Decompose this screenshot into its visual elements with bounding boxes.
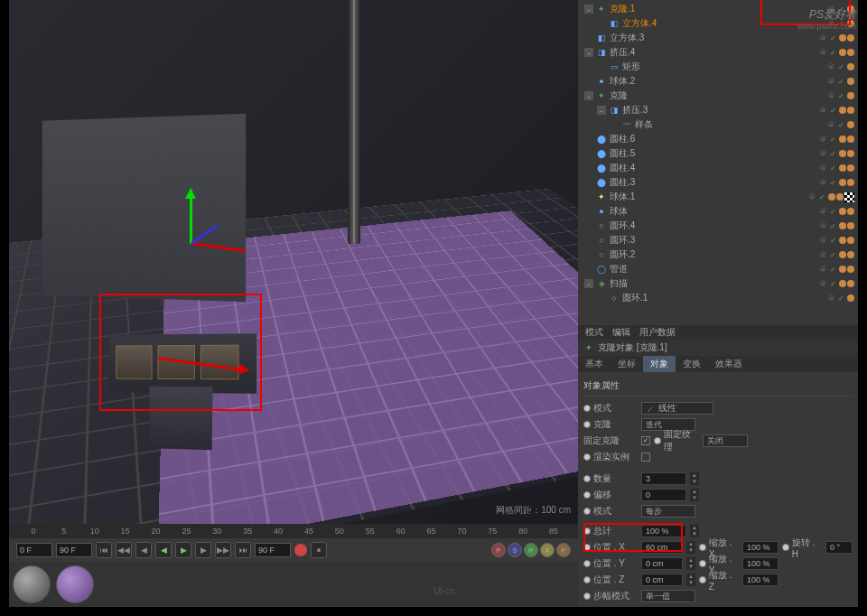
tree-item-name[interactable]: 圆柱.6 xyxy=(610,133,815,145)
tag-dot[interactable] xyxy=(839,34,846,42)
scaley-field[interactable]: 100 % xyxy=(742,557,778,570)
render-toggle[interactable]: ✓ xyxy=(828,178,838,188)
visibility-toggle[interactable]: ⦾ xyxy=(817,207,827,217)
tag-dot[interactable] xyxy=(847,49,854,56)
tree-row[interactable]: ○圆环.3⦾✓ xyxy=(578,233,858,247)
autokey-button[interactable]: ● xyxy=(311,542,327,558)
render-toggle[interactable]: ✓ xyxy=(828,221,838,231)
tree-item-name[interactable]: 挤压.3 xyxy=(622,104,815,117)
tree-item-name[interactable]: 圆环.1 xyxy=(622,292,823,304)
expand-toggle[interactable]: - xyxy=(584,48,593,57)
tag-dot[interactable] xyxy=(839,164,846,172)
tag-dot[interactable] xyxy=(839,107,846,114)
tag-dot[interactable] xyxy=(847,237,854,244)
render-toggle[interactable]: ✓ xyxy=(836,294,846,303)
tag-dot[interactable] xyxy=(839,266,846,273)
visibility-toggle[interactable]: ⦾ xyxy=(817,250,827,260)
tree-item-name[interactable]: 扫描 xyxy=(610,277,815,290)
offset-field[interactable]: 0 xyxy=(641,489,686,501)
play-back-button[interactable]: ◀ xyxy=(155,542,172,558)
tag-dot[interactable] xyxy=(839,237,846,244)
render-toggle[interactable]: ✓ xyxy=(828,48,838,58)
frame-start-field[interactable]: 0 F xyxy=(16,543,52,557)
render-toggle[interactable]: ✓ xyxy=(828,149,838,159)
visibility-toggle[interactable]: ⦾ xyxy=(817,149,827,159)
menu-edit[interactable]: 编辑 xyxy=(612,326,630,339)
tree-row[interactable]: -◨挤压.4⦾✓ xyxy=(578,45,858,60)
tree-item-name[interactable]: 圆环.4 xyxy=(610,219,815,232)
tab-coord[interactable]: 坐标 xyxy=(611,356,643,372)
tag-dot[interactable] xyxy=(836,193,844,201)
expand-toggle[interactable]: - xyxy=(584,91,593,100)
tree-row[interactable]: -◈扫描⦾✓ xyxy=(578,276,858,291)
tag-dot[interactable] xyxy=(847,208,854,215)
tag-dot[interactable] xyxy=(847,78,854,85)
visibility-toggle[interactable]: ⦾ xyxy=(825,120,835,130)
tree-row[interactable]: ●球体⦾✓ xyxy=(578,204,858,219)
expand-toggle[interactable]: - xyxy=(584,279,593,288)
menu-userdata[interactable]: 用户数据 xyxy=(639,326,676,339)
record-button[interactable] xyxy=(294,544,307,556)
transform-gizmo[interactable] xyxy=(144,190,253,298)
goto-start-button[interactable]: ⏮ xyxy=(96,542,112,558)
render-toggle[interactable]: ✓ xyxy=(828,250,838,260)
spinner[interactable]: ▲▼ xyxy=(690,489,699,501)
expand-toggle[interactable]: - xyxy=(597,106,606,115)
tag-dot[interactable] xyxy=(847,34,854,42)
next-key-button[interactable]: ▶▶ xyxy=(215,542,231,558)
tree-item-name[interactable]: 圆柱.3 xyxy=(610,176,815,189)
visibility-toggle[interactable]: ⦾ xyxy=(825,91,835,101)
tree-item-name[interactable]: 球体 xyxy=(610,205,815,218)
tree-row[interactable]: ✦球体.1⦾✓ xyxy=(578,190,858,204)
tree-item-name[interactable]: 管道 xyxy=(610,263,815,275)
tag-dot[interactable] xyxy=(847,266,854,273)
instance-checkbox[interactable] xyxy=(641,453,650,462)
tag-dot[interactable] xyxy=(839,150,846,157)
tab-transform[interactable]: 变换 xyxy=(676,356,708,372)
mode2-select[interactable]: 每步 xyxy=(641,505,695,518)
tree-row[interactable]: ⬤圆柱.3⦾✓ xyxy=(578,175,858,190)
spinner[interactable]: ▲▼ xyxy=(686,574,695,586)
viewport-3d[interactable]: 网格间距：100 cm xyxy=(9,0,578,524)
mode-select[interactable]: ⟋线性 xyxy=(641,402,713,415)
visibility-toggle[interactable]: ⦾ xyxy=(817,221,827,231)
tag-dot[interactable] xyxy=(847,107,854,114)
spinner[interactable]: ▲▼ xyxy=(686,541,695,554)
render-toggle[interactable]: ✓ xyxy=(836,62,846,72)
spinner[interactable]: ▲▼ xyxy=(686,557,695,570)
fixclone-checkbox[interactable] xyxy=(641,436,650,445)
tag-dot[interactable] xyxy=(847,135,854,143)
menu-mode[interactable]: 模式 xyxy=(585,326,603,339)
tag-dot[interactable] xyxy=(847,251,854,258)
tag-dot[interactable] xyxy=(839,208,846,215)
tree-row[interactable]: ◧立方体.3⦾✓ xyxy=(578,31,858,45)
render-toggle[interactable]: ✓ xyxy=(828,135,838,145)
material-slot[interactable] xyxy=(56,565,94,603)
tree-row[interactable]: ○圆环.4⦾✓ xyxy=(578,219,858,233)
visibility-toggle[interactable]: ⦾ xyxy=(806,192,816,202)
tag-dot[interactable] xyxy=(839,49,846,56)
render-toggle[interactable]: ✓ xyxy=(828,279,838,289)
posz-field[interactable]: 0 cm xyxy=(641,574,683,586)
visibility-toggle[interactable]: ⦾ xyxy=(817,236,827,246)
render-toggle[interactable]: ✓ xyxy=(828,265,838,275)
tree-item-name[interactable]: 圆环.3 xyxy=(610,234,815,247)
visibility-toggle[interactable]: ⦾ xyxy=(817,265,827,275)
scalez-field[interactable]: 100 % xyxy=(742,574,778,586)
tag-dot[interactable] xyxy=(847,280,854,287)
spinner[interactable]: ▲▼ xyxy=(690,472,699,485)
frame-end-field[interactable]: 90 F xyxy=(255,543,291,557)
play-button[interactable]: ▶ xyxy=(175,542,191,558)
render-toggle[interactable]: ✓ xyxy=(828,33,838,43)
rotx-field[interactable]: 0 ° xyxy=(825,541,853,554)
visibility-toggle[interactable]: ⦾ xyxy=(817,48,827,58)
tree-row[interactable]: ○圆环.2⦾✓ xyxy=(578,247,858,262)
key-scale-icon[interactable]: S xyxy=(508,543,522,557)
tree-row[interactable]: ▭矩形⦾✓ xyxy=(578,60,858,74)
tag-dot[interactable] xyxy=(839,222,846,229)
render-toggle[interactable]: ✓ xyxy=(828,106,838,116)
tree-row[interactable]: 〰样条⦾✓ xyxy=(578,117,858,132)
object-tree[interactable]: -✦克隆.1⦾✓◧立方体.4⦾✓◧立方体.3⦾✓-◨挤压.4⦾✓▭矩形⦾✓●球体… xyxy=(578,0,858,307)
tree-item-name[interactable]: 挤压.4 xyxy=(610,46,815,59)
posy-field[interactable]: 0 cm xyxy=(641,557,683,570)
